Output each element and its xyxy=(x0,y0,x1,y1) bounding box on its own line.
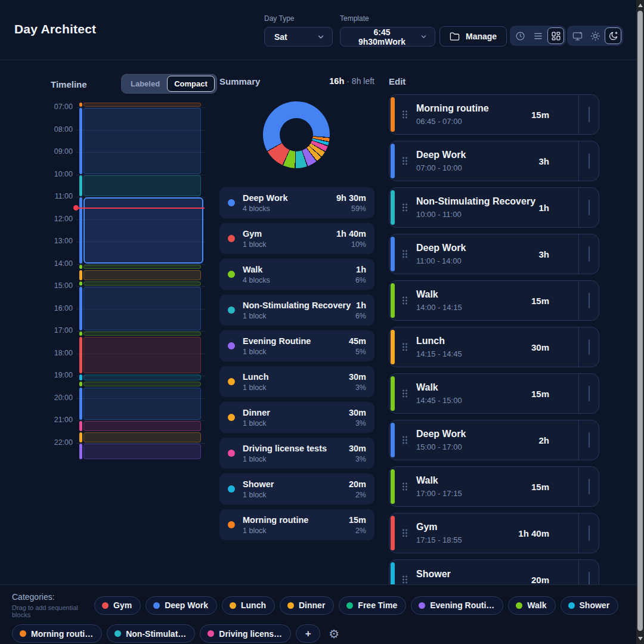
card-title: Walk xyxy=(416,289,462,300)
hour-label: 16:00 xyxy=(50,304,73,312)
legend-color-dot xyxy=(228,378,235,385)
hour-label: 13:00 xyxy=(50,237,73,245)
scroll-down-arrow[interactable] xyxy=(638,637,643,640)
sun-icon[interactable] xyxy=(587,27,603,44)
scroll-up-arrow[interactable] xyxy=(638,4,643,7)
edit-card-gym[interactable]: Gym 17:15 - 18:55 1h 40m xyxy=(389,513,599,553)
edit-card-deep-work[interactable]: Deep Work 11:00 - 14:00 3h xyxy=(389,234,599,274)
toggle-compact[interactable]: Compact xyxy=(167,76,215,92)
card-resize-handle[interactable] xyxy=(578,327,599,367)
category-pill-dinner[interactable]: Dinner xyxy=(280,596,334,615)
category-pill-driving-licens[interactable]: Driving licens… xyxy=(200,624,291,643)
legend-item-gym: Gym 1 block 1h 40m 10% xyxy=(219,223,374,254)
timeline-block-morning-routine[interactable] xyxy=(79,103,201,107)
timeline-block-non-stimulating-recovery[interactable] xyxy=(79,175,201,197)
drag-handle-icon[interactable] xyxy=(402,110,408,119)
category-pill-free-time[interactable]: Free Time xyxy=(339,596,406,615)
legend-duration: 30m xyxy=(349,444,366,453)
scrollbar[interactable] xyxy=(636,0,644,644)
day-type-select[interactable]: Sat xyxy=(264,27,333,47)
edit-card-deep-work[interactable]: Deep Work 07:00 - 10:00 3h xyxy=(389,141,599,181)
drag-handle-icon[interactable] xyxy=(402,203,408,212)
card-resize-handle[interactable] xyxy=(578,141,599,181)
card-resize-handle[interactable] xyxy=(578,420,599,460)
drag-handle-icon[interactable] xyxy=(402,575,408,584)
template-select[interactable]: 6:45 9h30mWork xyxy=(340,27,435,47)
manage-button[interactable]: Manage xyxy=(439,26,507,47)
legend-duration: 45m xyxy=(349,336,366,346)
category-pill-shower[interactable]: Shower xyxy=(561,596,619,615)
category-pill-non-stimulat[interactable]: Non-Stimulat… xyxy=(107,624,195,643)
timeline-block-evening-routine[interactable] xyxy=(79,444,201,459)
legend-duration: 30m xyxy=(349,408,366,417)
drag-handle-icon[interactable] xyxy=(402,528,408,538)
legend-name: Morning routine xyxy=(243,515,341,525)
card-title: Shower xyxy=(416,569,451,580)
card-title: Gym xyxy=(416,522,462,532)
timeline-block-walk[interactable] xyxy=(79,265,201,269)
timeline-block-lunch[interactable] xyxy=(79,270,201,280)
edit-card-non-stimulating-recovery[interactable]: Non-Stimulating Recovery 10:00 - 11:00 1… xyxy=(389,187,599,228)
card-resize-handle[interactable] xyxy=(578,188,599,227)
timeline-block-deep-work[interactable] xyxy=(79,108,201,174)
edit-card-lunch[interactable]: Lunch 14:15 - 14:45 30m xyxy=(389,327,599,367)
category-pill-walk[interactable]: Walk xyxy=(508,596,555,615)
timeline-block-deep-work[interactable] xyxy=(79,388,201,420)
card-resize-handle[interactable] xyxy=(578,374,599,413)
resize-line xyxy=(589,339,590,355)
edit-card-walk[interactable]: Walk 14:45 - 15:00 15m xyxy=(389,373,599,414)
card-duration: 3h xyxy=(538,249,549,259)
toggle-labeled[interactable]: Labeled xyxy=(123,76,167,92)
layout-dashboard-icon[interactable] xyxy=(547,27,564,44)
category-label: Morning routi… xyxy=(31,629,93,639)
category-pill-deep-work[interactable]: Deep Work xyxy=(145,596,217,615)
scrollbar-thumb[interactable] xyxy=(637,11,643,631)
moon-icon[interactable] xyxy=(605,27,621,44)
edit-card-walk[interactable]: Walk 17:00 - 17:15 15m xyxy=(389,466,599,507)
edit-card-morning-routine[interactable]: Morning routine 06:45 - 07:00 15m xyxy=(389,94,599,135)
drag-handle-icon[interactable] xyxy=(402,342,408,352)
category-pill-lunch[interactable]: Lunch xyxy=(222,596,275,615)
edit-card-walk[interactable]: Walk 14:00 - 14:15 15m xyxy=(389,280,599,321)
drag-handle-icon[interactable] xyxy=(402,249,408,259)
timeline-block-shower[interactable] xyxy=(79,374,201,381)
legend-percent: 2% xyxy=(355,527,366,535)
timeline-block-walk[interactable] xyxy=(79,281,201,286)
timeline-block-walk[interactable] xyxy=(79,332,201,336)
day-architect-app: Day Architect Day Type Sat Template 6:45… xyxy=(0,0,644,644)
card-resize-handle[interactable] xyxy=(578,281,599,320)
timeline-block-walk[interactable] xyxy=(79,382,201,386)
current-time-dot xyxy=(73,205,79,210)
drag-handle-icon[interactable] xyxy=(402,482,408,491)
gear-icon[interactable]: ⚙ xyxy=(325,624,343,643)
drag-handle-icon[interactable] xyxy=(402,156,408,166)
hour-label: 18:00 xyxy=(50,349,73,357)
category-pill-evening-routi[interactable]: Evening Routi… xyxy=(411,596,503,615)
card-color-bar xyxy=(391,376,395,411)
card-resize-handle[interactable] xyxy=(578,467,599,506)
card-time: 10:00 - 11:00 xyxy=(416,210,530,219)
clock-icon[interactable] xyxy=(512,27,528,44)
legend-percent: 59% xyxy=(351,205,366,213)
card-resize-handle[interactable] xyxy=(578,95,599,134)
legend-name: Gym xyxy=(243,229,329,239)
add-category-button[interactable]: + xyxy=(296,624,320,643)
edit-card-deep-work[interactable]: Deep Work 15:00 - 17:00 2h xyxy=(389,420,599,460)
legend-blocks: 1 block xyxy=(243,348,341,356)
timeline-block-driving-license-tests[interactable] xyxy=(79,421,201,431)
timeline-block-deep-work[interactable] xyxy=(79,287,201,330)
legend-color-dot xyxy=(228,485,235,493)
list-icon[interactable] xyxy=(530,27,546,44)
drag-handle-icon[interactable] xyxy=(402,296,408,305)
card-resize-handle[interactable] xyxy=(578,513,599,553)
drag-handle-icon[interactable] xyxy=(402,389,408,398)
legend-name: Driving license tests xyxy=(243,444,341,453)
timeline-block-gym[interactable] xyxy=(79,337,201,373)
monitor-icon[interactable] xyxy=(569,27,586,44)
category-pill-gym[interactable]: Gym xyxy=(94,596,141,615)
drag-handle-icon[interactable] xyxy=(402,435,408,445)
timeline-block-dinner[interactable] xyxy=(79,432,201,442)
category-pill-morning-routi[interactable]: Morning routi… xyxy=(12,624,102,643)
card-resize-handle[interactable] xyxy=(578,234,599,274)
resize-line xyxy=(589,432,590,448)
